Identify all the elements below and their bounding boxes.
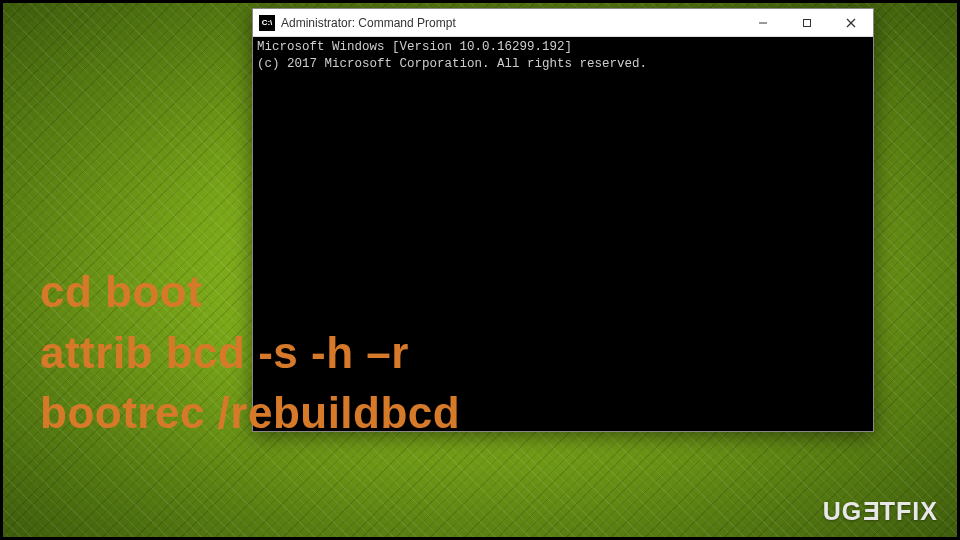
minimize-button[interactable] [741, 9, 785, 36]
maximize-button[interactable] [785, 9, 829, 36]
watermark-part1: UG [823, 497, 863, 525]
overlay-line-2: attrib bcd -s -h –r [40, 323, 460, 384]
command-overlay: cd boot attrib bcd -s -h –r bootrec /reb… [40, 262, 460, 444]
watermark-part2: TFIX [880, 497, 938, 525]
overlay-line-3: bootrec /rebuildbcd [40, 383, 460, 444]
console-line: (c) 2017 Microsoft Corporation. All righ… [257, 57, 647, 71]
maximize-icon [802, 18, 812, 28]
watermark-logo: UGETFIX [823, 497, 938, 526]
window-titlebar[interactable]: C:\ Administrator: Command Prompt [253, 9, 873, 37]
close-icon [846, 18, 856, 28]
watermark-flipped-e: E [862, 497, 880, 526]
cmd-icon: C:\ [259, 15, 275, 31]
overlay-line-1: cd boot [40, 262, 460, 323]
window-controls [741, 9, 873, 36]
window-title: Administrator: Command Prompt [281, 16, 741, 30]
close-button[interactable] [829, 9, 873, 36]
minimize-icon [758, 18, 768, 28]
svg-rect-1 [804, 19, 811, 26]
console-line: Microsoft Windows [Version 10.0.16299.19… [257, 40, 572, 54]
